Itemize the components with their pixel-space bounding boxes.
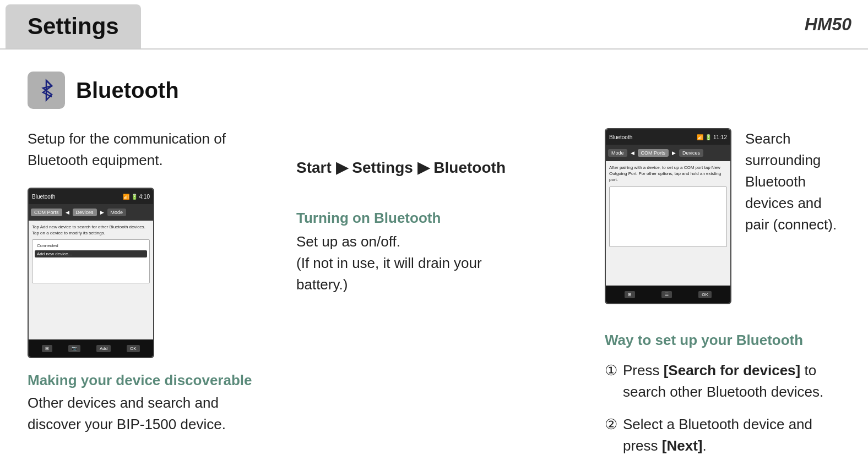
settings-tab-label: Settings (28, 13, 119, 40)
turning-on-body: Set up as on/off.(If not in use, it will… (296, 231, 572, 295)
phone-footer-left: ⊞ 📷 Add OK (29, 339, 153, 357)
phone-mockup-left: Bluetooth 📶 🔋 4:10 COM Ports ◀ Devices ▶… (28, 188, 154, 358)
phone-arrow2: ▶ (99, 210, 105, 215)
settings-tab: Settings (6, 4, 141, 48)
bluetooth-svg (34, 78, 58, 102)
phone-tab-com-right[interactable]: COM Ports (638, 149, 669, 157)
search-description-container: Search surrounding Bluetooth devices and… (745, 128, 840, 252)
model-label: HM50 (805, 14, 851, 35)
step-2-bold: [Next] (662, 437, 703, 454)
bluetooth-icon (28, 72, 65, 109)
phone-content-right: After pairing with a device, to set up a… (606, 161, 730, 286)
left-column: Setup for the communication of Bluetooth… (28, 128, 263, 455)
step-1-num: ① (605, 360, 617, 381)
main-content: Bluetooth Setup for the communication of… (0, 50, 868, 455)
step-2-num: ② (605, 414, 617, 435)
phone-screen-left: Bluetooth 📶 🔋 4:10 COM Ports ◀ Devices ▶… (29, 189, 153, 357)
phone-btn-windows-right[interactable]: ⊞ (625, 291, 635, 298)
phone-content-text-right: After pairing with a device, to set up a… (609, 165, 727, 183)
phone-tabbar-left: COM Ports ◀ Devices ▶ Mode (29, 204, 153, 221)
step-1-bold: [Search for devices] (664, 362, 801, 379)
phone-content-box-right (609, 187, 727, 247)
phone-btn-windows[interactable]: ⊞ (42, 345, 52, 352)
phone-btn-ok-right[interactable]: OK (698, 291, 712, 298)
phone-tab-mode-left[interactable]: Mode (107, 209, 127, 216)
search-description: Search surrounding Bluetooth devices and… (745, 128, 840, 235)
step-2: ② Select a Bluetooth device and press [N… (605, 414, 840, 455)
phone-tab-devices-right[interactable]: Devices (679, 149, 703, 157)
phone-statusbar-right: Bluetooth 📶 🔋 11:12 (606, 129, 730, 145)
right-top-row: Bluetooth 📶 🔋 11:12 Mode ◀ COM Ports ▶ D… (605, 128, 840, 318)
phone-footer-right: ⊞ ☰ OK (606, 286, 730, 303)
bluetooth-page-title: Bluetooth (76, 78, 179, 103)
phone-item-connected: Connected (35, 242, 147, 249)
phone-tab-devices-left[interactable]: Devices (73, 209, 97, 216)
step-1-text: Press [Search for devices] to search oth… (623, 360, 840, 403)
phone-tabbar-right: Mode ◀ COM Ports ▶ Devices (606, 145, 730, 161)
center-text-area: Start ▶ Settings ▶ Bluetooth Turning on … (296, 128, 572, 455)
bluetooth-title-row: Bluetooth (28, 72, 840, 109)
model-label-container: HM50 (805, 0, 868, 48)
phone-time-right: 📶 🔋 11:12 (697, 134, 727, 140)
two-column-layout: Setup for the communication of Bluetooth… (28, 128, 840, 455)
phone-tab-com-left[interactable]: COM Ports (31, 209, 62, 216)
right-column: Bluetooth 📶 🔋 11:12 Mode ◀ COM Ports ▶ D… (605, 128, 840, 455)
nav-path-container: Start ▶ Settings ▶ Bluetooth (296, 158, 572, 193)
phone-content-box-left: Connected Add new device... (32, 239, 150, 283)
phone-screen-right: Bluetooth 📶 🔋 11:12 Mode ◀ COM Ports ▶ D… (606, 129, 730, 303)
phone-content-text-left: Tap Add new device to search for other B… (32, 224, 150, 236)
discoverable-heading: Making your device discoverable (28, 372, 263, 389)
step-1: ① Press [Search for devices] to search o… (605, 360, 840, 403)
phone-mockup-right: Bluetooth 📶 🔋 11:12 Mode ◀ COM Ports ▶ D… (605, 128, 731, 304)
setup-description: Setup for the communication of Bluetooth… (28, 128, 263, 171)
phone-statusbar-left: Bluetooth 📶 🔋 4:10 (29, 189, 153, 204)
discoverable-body: Other devices and search and discover yo… (28, 392, 263, 435)
phone-time-left: 📶 🔋 4:10 (123, 194, 150, 200)
way-heading: Way to set up your Bluetooth (605, 332, 840, 349)
phone-arrow4: ▶ (671, 150, 677, 156)
phone-btn-camera[interactable]: 📷 (68, 345, 80, 352)
phone-content-left: Tap Add new device to search for other B… (29, 221, 153, 339)
turning-on-section: Turning on Bluetooth Set up as on/off.(I… (296, 210, 572, 306)
nav-path: Start ▶ Settings ▶ Bluetooth (296, 158, 572, 177)
phone-arrow1: ◀ (64, 210, 70, 215)
phone-btn-ok-left[interactable]: OK (127, 345, 140, 352)
phone-app-name-left: Bluetooth (32, 194, 55, 200)
phone-arrow3: ◀ (630, 150, 636, 156)
phone-app-name-right: Bluetooth (609, 134, 632, 140)
page-header: Settings HM50 (0, 0, 868, 50)
phone-btn-menu-right[interactable]: ☰ (661, 291, 672, 298)
phone-item-add[interactable]: Add new device... (35, 250, 147, 257)
step-2-text: Select a Bluetooth device and press [Nex… (623, 414, 840, 455)
turning-on-heading: Turning on Bluetooth (296, 210, 572, 227)
phone-btn-add[interactable]: Add (96, 345, 111, 352)
phone-tab-mode-right[interactable]: Mode (608, 149, 627, 157)
